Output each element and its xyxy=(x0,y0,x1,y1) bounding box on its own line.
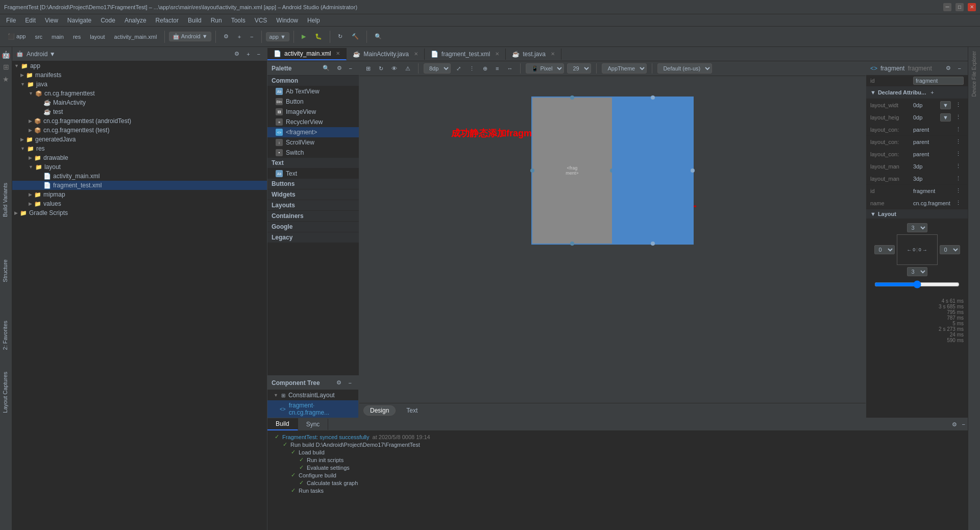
attr-more-btn[interactable]: ⋮ xyxy=(953,149,964,159)
attr-more-btn[interactable]: ⋮ xyxy=(953,198,964,208)
tree-drawable[interactable]: ▶ 📁 drawable xyxy=(12,153,267,162)
toolbar-layout-btn[interactable]: layout xyxy=(86,32,108,41)
design-zoom-dropdown[interactable]: 8dp xyxy=(424,63,451,74)
favorites-label[interactable]: 2: Favorites xyxy=(0,317,10,354)
attr-more-btn[interactable]: ⋮ xyxy=(953,125,964,134)
tree-package-test[interactable]: ▶ 📦 cn.cg.fragmenttest (test) xyxy=(12,126,267,135)
toolbar-project-btn[interactable]: ⬛ app xyxy=(4,32,29,41)
layout-captures-label[interactable]: Layout Captures xyxy=(0,368,10,417)
toolbar-res-btn[interactable]: res xyxy=(69,32,84,41)
palette-item-switch[interactable]: ⚬ Switch xyxy=(267,148,359,158)
layout-left-dropdown[interactable]: 0 xyxy=(874,245,895,254)
favorites-icon[interactable]: ★ xyxy=(1,74,12,85)
close-button[interactable]: ✕ xyxy=(968,3,976,11)
tree-layout[interactable]: ▼ 📁 layout xyxy=(12,162,267,172)
project-plus-btn[interactable]: + xyxy=(244,49,252,59)
toolbar-file-btn[interactable]: activity_main.xml xyxy=(111,32,161,41)
run-button[interactable]: ▶ xyxy=(298,32,309,41)
tab-fragment-test-xml[interactable]: 📄 fragment_test.xml ✕ xyxy=(425,49,506,60)
constraint-handle-bottom[interactable] xyxy=(570,242,574,246)
design-more-btn[interactable]: ⋮ xyxy=(467,64,477,74)
component-tree-minus-btn[interactable]: − xyxy=(346,378,354,388)
build-settings-btn[interactable]: ⚙ xyxy=(949,420,960,429)
canvas-tab-text[interactable]: Text xyxy=(400,405,424,416)
design-align-btn[interactable]: ↔ xyxy=(504,64,515,73)
palette-item-imageview[interactable]: 🖼 ImageView xyxy=(267,107,359,117)
layout-right-dropdown[interactable]: 0 xyxy=(940,245,960,254)
palette-item-textview[interactable]: Ab Ab TextView xyxy=(267,86,359,97)
canvas-tab-design[interactable]: Design xyxy=(363,405,396,416)
menu-code[interactable]: Code xyxy=(96,16,119,25)
toolbar-main-btn[interactable]: main xyxy=(48,32,67,41)
menu-tools[interactable]: Tools xyxy=(227,16,250,25)
palette-settings-btn[interactable]: ⚙ xyxy=(334,63,345,73)
menu-edit[interactable]: Edit xyxy=(21,16,40,25)
palette-item-recyclerview[interactable]: ≡ RecyclerView xyxy=(267,117,359,127)
android-version-dropdown[interactable]: 🤖 Android ▼ xyxy=(169,32,211,41)
tree-app[interactable]: ▼ 📁 app xyxy=(12,61,267,70)
attr-more-btn[interactable]: ⋮ xyxy=(953,161,964,171)
api-level-dropdown[interactable]: 29 xyxy=(567,63,591,74)
tab-close[interactable]: ✕ xyxy=(336,51,340,56)
bottom-tab-sync[interactable]: Sync xyxy=(298,419,329,430)
device-dropdown[interactable]: 📱 Pixel xyxy=(526,63,564,74)
layout-captures-panel[interactable]: Layout Captures xyxy=(0,368,10,419)
tab-activity-main-xml[interactable]: 📄 activity_main.xml ✕ xyxy=(267,48,347,60)
tree-mipmap[interactable]: ▶ 📁 mipmap xyxy=(12,190,267,199)
tree-gradle-scripts[interactable]: ▶ 📁 Gradle Scripts xyxy=(12,208,267,218)
project-settings-btn[interactable]: ⚙ xyxy=(232,49,242,59)
project-dropdown[interactable]: Android ▼ xyxy=(27,51,56,58)
tree-fragment-test-xml[interactable]: 📄 fragment_test.xml xyxy=(12,181,267,190)
constraint-handle-top[interactable] xyxy=(570,95,574,100)
design-constraint-btn[interactable]: ⊕ xyxy=(480,64,490,74)
palette-item-fragment[interactable]: <> <fragment> xyxy=(267,127,359,137)
palette-category-widgets[interactable]: Widgets xyxy=(267,189,359,200)
menu-analyze[interactable]: Analyze xyxy=(120,16,151,25)
menu-refactor[interactable]: Refactor xyxy=(152,16,183,25)
theme-dropdown[interactable]: AppTheme xyxy=(602,63,647,74)
palette-category-layouts[interactable]: Layouts xyxy=(267,200,359,211)
tree-test[interactable]: ☕ test xyxy=(12,107,267,116)
attr-close-btn[interactable]: − xyxy=(955,63,964,73)
tree-values[interactable]: ▶ 📁 values xyxy=(12,199,267,208)
toolbar-search-btn[interactable]: 🔍 xyxy=(371,32,385,41)
palette-category-text[interactable]: Text xyxy=(267,158,359,168)
palette-category-legacy[interactable]: Legacy xyxy=(267,232,359,243)
menu-window[interactable]: Window xyxy=(272,16,302,25)
tree-generated-java[interactable]: ▶ 📁 generatedJava xyxy=(12,135,267,144)
tab-mainactivity-java[interactable]: ☕ MainActivity.java ✕ xyxy=(347,49,424,60)
attr-more-btn[interactable]: ⋮ xyxy=(953,137,964,147)
structure-icon[interactable]: ⊞ xyxy=(1,61,12,73)
bottom-tab-build[interactable]: Build xyxy=(267,418,298,430)
design-view-toggle[interactable]: ⊞ xyxy=(363,64,373,74)
menu-file[interactable]: File xyxy=(2,16,20,25)
toolbar-src-btn[interactable]: src xyxy=(31,32,46,41)
debug-button[interactable]: 🐛 xyxy=(311,32,326,41)
design-refresh-btn[interactable]: ↻ xyxy=(376,64,386,74)
palette-category-buttons[interactable]: Buttons xyxy=(267,179,359,189)
project-close-btn[interactable]: − xyxy=(255,49,263,59)
design-layout-btn[interactable]: ≡ xyxy=(493,64,501,73)
constraint-handle-left[interactable] xyxy=(530,168,534,173)
attr-more-btn[interactable]: ⋮ xyxy=(953,186,964,196)
build-variants-panel[interactable]: Build Variants xyxy=(0,179,10,223)
menu-view[interactable]: View xyxy=(41,16,62,25)
tree-res[interactable]: ▼ 📁 res xyxy=(12,144,267,153)
tree-activity-main-xml[interactable]: 📄 activity_main.xml xyxy=(12,172,267,181)
palette-minus-btn[interactable]: − xyxy=(347,63,355,73)
component-constraint-layout[interactable]: ▼ ⊞ ConstraintLayout xyxy=(267,390,358,400)
device-file-explorer-icon[interactable]: Device File Explorer xyxy=(970,49,978,99)
attr-dropdown-btn[interactable]: ▼ xyxy=(940,101,951,109)
structure-label[interactable]: Structure xyxy=(0,255,10,286)
favorites-panel[interactable]: 2: Favorites xyxy=(0,317,10,355)
constraint-handle-top-blue[interactable] xyxy=(651,95,655,100)
palette-category-google[interactable]: Google xyxy=(267,222,359,232)
menu-navigate[interactable]: Navigate xyxy=(63,16,95,25)
design-resize-btn[interactable]: ⤢ xyxy=(454,64,463,74)
build-variants-label[interactable]: Build Variants xyxy=(0,179,10,221)
constraint-handle-bottom-blue[interactable] xyxy=(651,242,655,246)
menu-run[interactable]: Run xyxy=(207,16,226,25)
android-icon[interactable]: 🤖 xyxy=(1,49,12,60)
tab-close[interactable]: ✕ xyxy=(495,51,499,57)
attr-dropdown-btn[interactable]: ▼ xyxy=(940,113,951,122)
